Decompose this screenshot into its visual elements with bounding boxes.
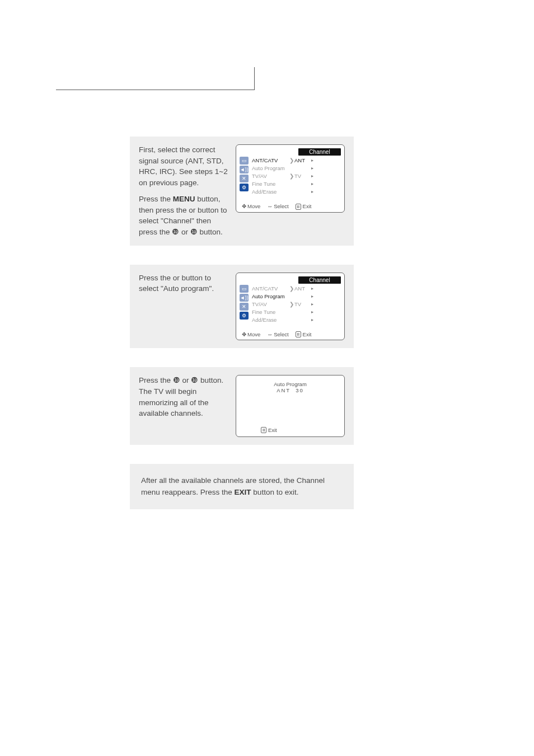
- sound-icon: ◄)): [240, 294, 249, 302]
- exit-icon: III: [296, 204, 301, 210]
- move-hint: ✥Move: [242, 331, 260, 337]
- step-4: After all the available channels are sto…: [130, 464, 354, 509]
- osd-body: ▭ ◄)) ✕ ⚙ ANT/CATV ❯ ANT ▸: [240, 157, 341, 195]
- exit-hint: IIIExit: [296, 331, 312, 338]
- step-2-text: Press the or button to select "Auto prog…: [139, 273, 228, 341]
- auto-title: Auto Program: [242, 381, 339, 387]
- menu-antcatv: ANT/CATV ❯ ANT ▸: [252, 285, 341, 292]
- menu-finetune: Fine Tune ▸: [252, 308, 341, 316]
- picture-icon: ▭: [240, 285, 249, 293]
- menu-tvav: TV/AV ❯ TV ▸: [252, 300, 341, 308]
- menu-autoprogram: Auto Program ▸: [252, 293, 341, 300]
- auto-exit-hint: IIIExit: [242, 427, 339, 433]
- menu-autoprogram: Auto Program ▸: [252, 165, 341, 172]
- step-1-para-2: Press the MENU button, then press the or…: [139, 194, 228, 237]
- tool-icon: ✕: [240, 303, 249, 311]
- menu-tvav: TV/AV ❯ TV ▸: [252, 172, 341, 180]
- osd-icon-column: ▭ ◄)) ✕ ⚙: [240, 157, 249, 195]
- step-2-para: Press the or button to select "Auto prog…: [139, 273, 228, 294]
- osd-footer: ✥Move ↔Select IIIExit: [240, 203, 341, 210]
- osd-footer-2: ✥Move ↔Select IIIExit: [240, 331, 341, 338]
- setup-icon: ⚙: [240, 312, 249, 320]
- step-3-para: Press the ❿ or ❿ button. The TV will beg…: [139, 375, 228, 419]
- osd-body-2: ▭ ◄)) ✕ ⚙ ANT/CATV ❯ ANT ▸: [240, 285, 341, 323]
- step-3-text: Press the ❿ or ❿ button. The TV will beg…: [139, 375, 228, 437]
- select-hint: ↔Select: [267, 331, 288, 337]
- select-hint: ↔Select: [267, 203, 288, 209]
- sound-icon: ◄)): [240, 166, 249, 173]
- step-1-text: First, select the correct signal source …: [139, 144, 228, 238]
- channel-osd-1: Channel ▭ ◄)) ✕ ⚙ ANT/CATV ❯ AN: [236, 144, 345, 213]
- step-2-osd-wrap: Channel ▭ ◄)) ✕ ⚙ ANT/CATV ❯ AN: [236, 273, 345, 341]
- picture-icon: ▭: [240, 157, 249, 165]
- menu-adderase: Add/Erase ▸: [252, 316, 341, 323]
- menu-label: MENU: [173, 195, 195, 203]
- tool-icon: ✕: [240, 175, 249, 182]
- osd-menu-list: ANT/CATV ❯ ANT ▸ Auto Program ▸: [249, 157, 341, 195]
- step-1-osd-wrap: Channel ▭ ◄)) ✕ ⚙ ANT/CATV ❯ AN: [236, 144, 345, 238]
- exit-icon: III: [296, 331, 301, 337]
- move-hint: ✥Move: [242, 203, 260, 209]
- step-1-para-1: First, select the correct signal source …: [139, 144, 228, 188]
- osd-icon-column-2: ▭ ◄)) ✕ ⚙: [240, 285, 249, 323]
- osd-menu-list-2: ANT/CATV ❯ ANT ▸ Auto Program ▸: [249, 285, 341, 323]
- step-2: Press the or button to select "Auto prog…: [130, 265, 354, 349]
- exit-icon: III: [261, 427, 266, 433]
- auto-sub: ANT 30: [242, 387, 339, 393]
- menu-finetune: Fine Tune ▸: [252, 180, 341, 187]
- exit-label: EXIT: [235, 488, 251, 496]
- exit-hint: IIIExit: [296, 203, 312, 210]
- menu-antcatv: ANT/CATV ❯ ANT ▸: [252, 157, 341, 164]
- menu-adderase: Add/Erase ▸: [252, 188, 341, 195]
- step-3-osd-wrap: Auto Program ANT 30 IIIExit: [236, 375, 345, 437]
- channel-osd-2: Channel ▭ ◄)) ✕ ⚙ ANT/CATV ❯ AN: [236, 273, 345, 341]
- step-1: First, select the correct signal source …: [130, 137, 354, 246]
- manual-page: First, select the correct signal source …: [0, 0, 534, 756]
- setup-icon: ⚙: [240, 184, 249, 191]
- osd-title: Channel: [298, 148, 341, 156]
- header-rule: [56, 67, 255, 90]
- osd-title-2: Channel: [298, 276, 341, 284]
- content-column: First, select the correct signal source …: [130, 137, 354, 509]
- step-3: Press the ❿ or ❿ button. The TV will beg…: [130, 367, 354, 445]
- auto-program-osd: Auto Program ANT 30 IIIExit: [236, 375, 345, 437]
